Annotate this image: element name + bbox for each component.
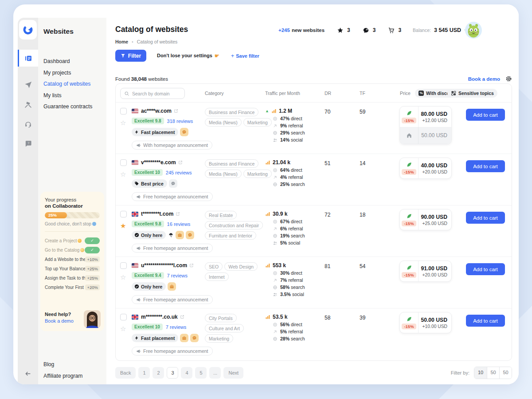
messages-count: 3 (373, 27, 376, 33)
favorites-counter[interactable]: 3 (337, 27, 350, 34)
collaborator-logo[interactable] (19, 20, 37, 40)
favorite-star-icon[interactable]: ☆ (120, 119, 126, 126)
referral-icon (273, 226, 278, 231)
sidebar-item-my-lists[interactable]: My lists (43, 90, 92, 102)
category-pill[interactable]: Media (News) (205, 170, 242, 178)
traffic-direct: 64%direct (273, 167, 325, 173)
cart-counter[interactable]: 3 (388, 27, 401, 34)
add-to-cart-button[interactable]: Add to cart (466, 212, 505, 224)
reviews-link[interactable]: 7 reviews (166, 324, 186, 330)
external-link-icon[interactable] (180, 315, 184, 319)
external-link-icon[interactable] (178, 160, 183, 165)
book-demo-link-top[interactable]: Book a demo (468, 76, 500, 82)
task-done-button[interactable]: ✓ (85, 237, 100, 244)
reviews-link[interactable]: 7 reviews (167, 273, 188, 278)
category-pill[interactable]: SEO (205, 262, 223, 271)
tools-icon (24, 101, 32, 108)
task-reward-badge: +20% (85, 284, 100, 290)
affiliate-program-link[interactable]: Affiliate program (43, 370, 83, 382)
traffic-social: 3.5%social (273, 292, 325, 297)
external-link-icon[interactable] (176, 212, 180, 216)
sidebar-item-my-projects[interactable]: My projects (43, 67, 92, 79)
page-5-button[interactable]: 5 (195, 367, 207, 379)
add-to-cart-button[interactable]: Add to cart (466, 263, 505, 275)
sidebar-item-guarantee-contracts[interactable]: Guarantee contracts (43, 101, 92, 113)
announcement-label: Free homepage announcement (143, 297, 208, 302)
pages-ellipsis[interactable]: ... (209, 367, 221, 379)
favorite-star-icon[interactable]: ☆ (120, 171, 126, 178)
domain-name[interactable]: ac****w.com (141, 108, 172, 114)
favorite-star-icon[interactable]: ★ (120, 222, 126, 229)
traffic-direct: 47%direct (273, 116, 325, 121)
external-link-icon[interactable] (189, 263, 194, 268)
page-2-button[interactable]: 2 (153, 367, 164, 379)
category-pill[interactable]: Media (News) (205, 118, 242, 126)
gear-icon[interactable] (505, 75, 512, 82)
category-pill[interactable]: Web Design (224, 262, 258, 271)
category-pill[interactable]: Internet (205, 273, 229, 281)
breadcrumb-home[interactable]: Home (115, 39, 128, 44)
briefcase-icon (169, 284, 174, 289)
page-4-button[interactable]: 4 (181, 367, 192, 379)
direct-icon (273, 322, 278, 327)
add-to-cart-button[interactable]: Add to cart (466, 109, 505, 121)
category-pill[interactable]: Business and Finance (205, 159, 258, 168)
collapse-sidebar-button[interactable] (18, 370, 38, 377)
rail-item-dashboard[interactable] (18, 50, 38, 67)
row-checkbox[interactable] (120, 108, 127, 115)
reviews-link[interactable]: 318 reviews (167, 119, 193, 124)
row-checkbox[interactable] (120, 159, 127, 166)
category-pill[interactable]: Culture and Art (205, 324, 244, 332)
filter-button[interactable]: Filter (115, 50, 146, 62)
row-checkbox[interactable] (120, 262, 127, 269)
add-to-cart-button[interactable]: Add to cart (466, 160, 505, 172)
rail-item-faq[interactable]: ? (18, 135, 38, 152)
category-pill[interactable]: City Portals (205, 314, 237, 322)
domain-name[interactable]: t********t.com (141, 211, 173, 217)
back-button[interactable]: Back (115, 367, 136, 379)
domain-name[interactable]: v********e.com (141, 159, 176, 166)
price-value: 91.00 USD (421, 265, 447, 272)
category-pill[interactable]: Real Estate (205, 211, 237, 219)
add-to-cart-button[interactable]: Add to cart (466, 315, 505, 327)
page-size-50b[interactable]: 50 (499, 367, 512, 379)
headset-icon (24, 120, 32, 128)
search-input[interactable] (132, 91, 181, 96)
blog-link[interactable]: Blog (43, 359, 83, 370)
external-link-icon[interactable] (174, 109, 178, 113)
category-pill[interactable]: Construction and Repair (205, 221, 263, 229)
page-1-button[interactable]: 1 (138, 367, 150, 379)
price-card: -15% 50.00 USD +10.00 USD (399, 312, 452, 333)
traffic-search: 28%search (273, 336, 325, 341)
category-pill[interactable]: Business and Finance (205, 108, 258, 116)
reviews-link[interactable]: 245 reviews (166, 170, 192, 175)
rail-item-support[interactable] (18, 115, 38, 132)
save-filter-button[interactable]: + Save filter (231, 52, 259, 59)
user-avatar[interactable] (465, 21, 482, 39)
settings-hint: Don't lose your settings ☛ (157, 53, 219, 59)
traffic-label: search (291, 130, 305, 135)
category-pill[interactable]: Marketing (205, 334, 233, 343)
category-pill[interactable]: Furniture and Interior (205, 231, 256, 240)
rail-item-projects[interactable] (18, 76, 38, 93)
page-size-10[interactable]: 10 (474, 367, 487, 379)
sensitive-topics-toggle[interactable]: Sensitive topics (447, 89, 497, 98)
row-checkbox[interactable] (120, 211, 127, 217)
sidebar-item-dashboard[interactable]: Dashboard (43, 56, 92, 67)
briefcase-orange-badge (168, 282, 176, 291)
rail-item-tools[interactable] (18, 96, 38, 113)
breadcrumb-separator: • (132, 39, 133, 44)
sidebar-item-catalog[interactable]: Catalog of websites (43, 79, 92, 90)
messages-counter[interactable]: 3 (363, 27, 376, 34)
favorite-star-icon[interactable]: ☆ (120, 274, 126, 280)
task-done-button[interactable]: ✓ (85, 247, 100, 253)
next-button[interactable]: Next (223, 367, 243, 379)
page-size-50a[interactable]: 50 (487, 367, 499, 379)
domain-name[interactable]: m********.co.uk (141, 314, 178, 320)
chat-bubble-icon (363, 27, 369, 34)
favorite-star-icon[interactable]: ☆ (120, 325, 126, 332)
domain-name[interactable]: u**************l.com (141, 262, 187, 269)
row-checkbox[interactable] (120, 314, 127, 320)
reviews-link[interactable]: 16 reviews (167, 221, 191, 227)
page-3-button[interactable]: 3 (167, 367, 178, 379)
